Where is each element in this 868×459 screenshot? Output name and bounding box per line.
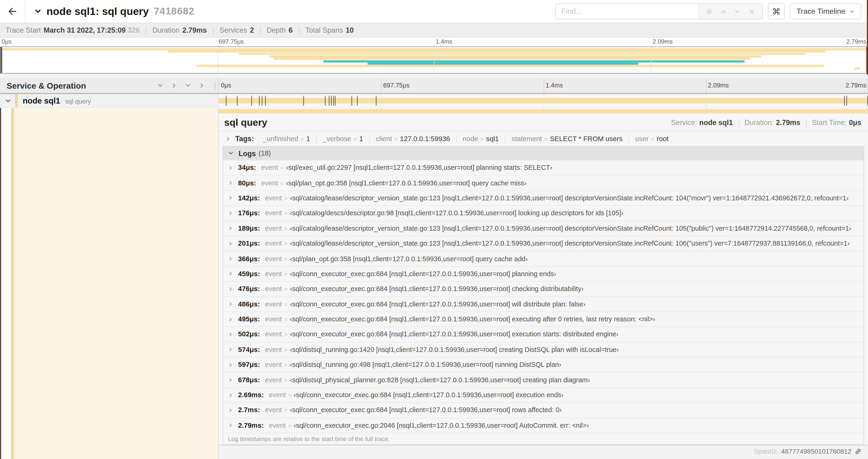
log-field-key: event	[265, 225, 282, 232]
log-entry[interactable]: 678μs:event=‹sql/distsql_physical_planne…	[223, 372, 864, 387]
tag-client[interactable]: client=127.0.0.1:59936	[369, 135, 456, 142]
expand-one-double-chevron-right-icon[interactable]	[199, 82, 205, 88]
collapse-one-chevron-right-icon[interactable]	[171, 82, 177, 88]
axis-tick-label: 697.75μs	[219, 38, 244, 45]
log-field-key: event	[265, 376, 282, 384]
tag-key: _unfinished	[263, 135, 298, 142]
link-icon[interactable]	[855, 448, 861, 455]
log-timestamp: 597μs:	[238, 361, 260, 368]
chevron-up-icon[interactable]	[720, 8, 726, 14]
log-entry[interactable]: 176μs:event=‹sql/catalog/descs/descripto…	[223, 205, 864, 221]
tag-value: sql1	[486, 135, 499, 142]
span-id-label: SpanID:	[754, 448, 778, 455]
selected-span-bar-row[interactable]	[219, 108, 868, 114]
log-entry[interactable]: 574μs:event=‹sql/distsql_running.go:1420…	[223, 342, 864, 357]
span-id-value: 4877749850101760812	[781, 448, 851, 455]
left-scrollbar[interactable]	[0, 108, 1, 459]
equals-sign: =	[284, 346, 288, 353]
tag-user[interactable]: user=root	[629, 135, 675, 142]
log-entry[interactable]: 2.7ms:event=‹sql/conn_executor_exec.go:6…	[223, 402, 864, 418]
log-entry[interactable]: 2.79ms:event=‹sql/conn_executor_exec.go:…	[223, 418, 864, 433]
log-field-key: event	[265, 270, 282, 278]
equals-sign: =	[300, 135, 304, 142]
axis-tick-label: 0μs	[2, 38, 12, 45]
top-actions: ⌘ Trace Timeline	[555, 3, 868, 19]
trace-id: 7418682	[154, 6, 195, 17]
equals-sign: =	[284, 286, 288, 292]
log-entry[interactable]: 476μs:event=‹sql/conn_executor_exec.go:6…	[223, 281, 864, 296]
minimap-left-scrubber[interactable]	[0, 47, 2, 73]
log-field-value: ‹sql/distsql_physical_planner.go:828 [ns…	[290, 376, 590, 384]
start-time-meta: Start Time:0μs	[812, 119, 862, 127]
summary-item: Services2	[220, 26, 254, 35]
service-color-stripe	[11, 108, 14, 459]
find-input[interactable]	[556, 4, 698, 19]
back-button[interactable]	[0, 0, 25, 23]
log-field-key: event	[269, 421, 286, 429]
summary-value-fraction: .326	[126, 26, 140, 35]
log-marker-tick	[303, 96, 304, 106]
log-timestamp: 189μs:	[238, 225, 260, 232]
log-entry[interactable]: 142μs:event=‹sql/catalog/lease/descripto…	[223, 190, 864, 205]
log-entry[interactable]: 486μs:event=‹sql/conn_executor_exec.go:6…	[223, 296, 864, 312]
log-marker-tick	[262, 96, 262, 106]
log-entry[interactable]: 34μs:event=‹sql/exec_util.go:2297 [nsql1…	[223, 160, 864, 175]
service-meta: Service:node sql1	[671, 119, 733, 127]
log-timestamp: 366μs:	[238, 255, 260, 263]
keyboard-shortcuts-button[interactable]: ⌘	[768, 3, 785, 19]
log-entry[interactable]: 502μs:event=‹sql/conn_executor_exec.go:6…	[223, 327, 864, 342]
page-title: node sql1: sql query	[46, 5, 149, 18]
log-marker-tick	[844, 96, 845, 106]
tag-key: user	[635, 135, 649, 142]
log-entry[interactable]: 80μs:event=‹sql/plan_opt.go:358 [nsql1,c…	[223, 175, 864, 190]
equals-sign: =	[288, 422, 291, 429]
tag-node[interactable]: node=sql1	[456, 135, 505, 142]
chevron-down-icon[interactable]	[34, 8, 41, 15]
divider	[806, 119, 806, 126]
logs-box: Logs (18) 34μs:event=‹sql/exec_util.go:2…	[223, 146, 864, 445]
axis-tick-label: 1.4ms	[546, 82, 563, 88]
target-icon[interactable]	[706, 8, 713, 14]
span-row-name-cell[interactable]: node sql1 sql query	[0, 94, 218, 108]
log-entry[interactable]: 459μs:event=‹sql/conn_executor_exec.go:6…	[223, 266, 864, 281]
log-field-value: ‹sql/conn_executor_exec.go:684 [nsql1,cl…	[294, 391, 563, 399]
log-timestamp: 459μs:	[238, 270, 260, 278]
log-marker-tick	[376, 96, 376, 106]
log-field-key: event	[265, 361, 282, 368]
expand-all-double-chevron-down-icon[interactable]	[185, 82, 191, 88]
log-entry[interactable]: 495μs:event=‹sql/conn_executor_exec.go:6…	[223, 312, 864, 327]
minimap-canvas[interactable]	[0, 46, 868, 73]
minimap-span-bar	[197, 65, 824, 67]
chevron-down-icon[interactable]	[5, 98, 11, 104]
find-group	[555, 3, 763, 19]
logs-section: Logs (18) 34μs:event=‹sql/exec_util.go:2…	[219, 146, 868, 445]
summary-item: Trace StartMarch 31 2022, 17:25:09.326	[6, 26, 140, 35]
log-entry[interactable]: 189μs:event=‹sql/catalog/lease/descripto…	[223, 221, 864, 236]
trace-view-dropdown[interactable]: Trace Timeline	[790, 3, 861, 19]
selected-row-highlight	[14, 108, 218, 459]
log-entry[interactable]: 2.69ms:event=‹sql/conn_executor_exec.go:…	[223, 387, 864, 402]
log-timestamp: 34μs:	[238, 164, 256, 172]
tag-value: 1	[359, 135, 363, 142]
tag-_unfinished[interactable]: _unfinished=1	[257, 135, 316, 142]
log-field-value: ‹sql/exec_util.go:2297 [nsql1,client=127…	[286, 164, 552, 172]
span-detail-header: sql query Service:node sql1 Duration:2.7…	[219, 114, 868, 131]
collapse-all-chevron-down-icon[interactable]	[157, 82, 163, 88]
equals-sign: =	[651, 135, 654, 142]
logs-header[interactable]: Logs (18)	[223, 147, 864, 160]
summary-value: 2	[250, 26, 254, 35]
equals-sign: =	[284, 270, 288, 277]
log-entry[interactable]: 597μs:event=‹sql/distsql_running.go:498 …	[223, 357, 864, 372]
chevron-down-icon[interactable]	[734, 8, 741, 14]
tag-_verbose[interactable]: _verbose=1	[316, 135, 369, 142]
span-row[interactable]: node sql1 sql query	[0, 94, 868, 108]
tags-row[interactable]: Tags: _unfinished=1_verbose=1client=127.…	[219, 131, 868, 146]
log-entry[interactable]: 366μs:event=‹sql/plan_opt.go:358 [nsql1,…	[223, 251, 864, 266]
log-entry[interactable]: 201μs:event=‹sql/catalog/lease/descripto…	[223, 236, 864, 251]
span-detail-panel: sql query Service:node sql1 Duration:2.7…	[219, 114, 868, 446]
close-icon[interactable]	[748, 8, 754, 14]
span-row-timeline-cell[interactable]	[218, 94, 868, 108]
log-field-value: ‹sql/catalog/lease/descriptor_version_st…	[290, 225, 851, 232]
log-field-key: event	[265, 331, 282, 338]
tag-statement[interactable]: statement=SELECT * FROM users	[505, 135, 629, 142]
